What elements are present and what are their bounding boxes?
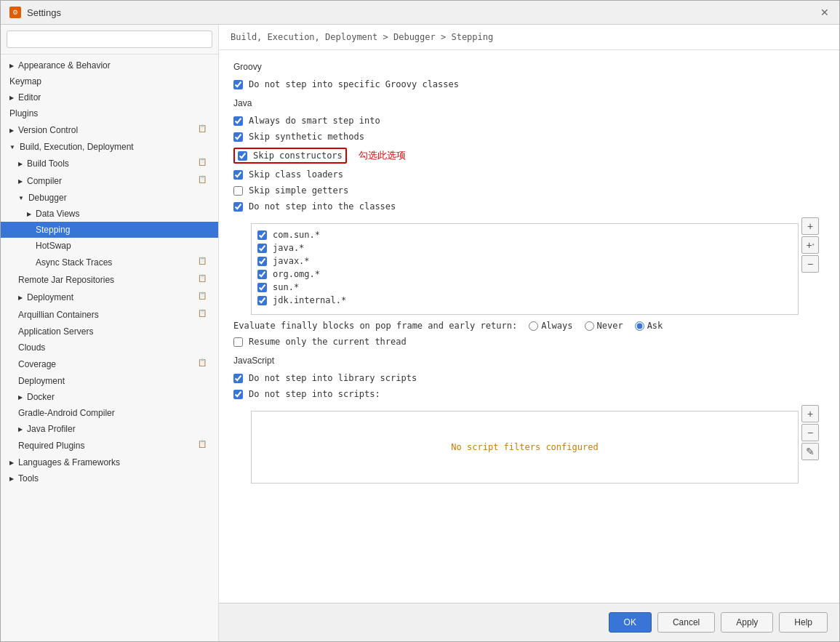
sidebar-item-tools[interactable]: ▶Tools [1,470,218,486]
js-section-label: JavaScript [233,356,825,366]
search-input[interactable] [7,31,212,48]
sidebar-item-hotswap[interactable]: HotSwap [1,238,218,254]
script-box-buttons: + − ✎ [801,405,819,460]
smart-step-row: Always do smart step into [233,116,825,126]
skip-synthetic-row: Skip synthetic methods [233,132,825,142]
nav-note-icon-required-plugins: 📋 [198,440,209,452]
smart-step-checkbox[interactable] [233,116,243,126]
arrow-icon-tools: ▶ [9,476,14,482]
sidebar-item-remote-jar[interactable]: Remote Jar Repositories📋 [1,271,218,289]
sidebar-item-async-stack[interactable]: Async Stack Traces📋 [1,254,218,271]
skip-class-loaders-checkbox[interactable] [233,170,243,180]
apply-button[interactable]: Apply [721,612,773,633]
sidebar-item-coverage[interactable]: Coverage📋 [1,356,218,373]
remove-class-button[interactable]: − [801,255,819,273]
sidebar-item-build-execution[interactable]: ▼Build, Execution, Deployment [1,139,218,155]
radio-never-label: Never [585,321,623,331]
skip-constructors-checkbox[interactable] [238,151,247,161]
remove-script-button[interactable]: − [801,424,819,441]
javax-label: javax.* [273,256,310,266]
do-not-step-row: Do not step into the classes [233,201,825,212]
ok-button[interactable]: OK [609,612,652,633]
no-step-library-row: Do not step into library scripts [233,373,825,383]
resume-thread-checkbox[interactable] [233,337,243,347]
sidebar-label-arquillian: Arquillian Containers [18,310,99,320]
help-button[interactable]: Help [779,612,828,633]
add-class-button2[interactable]: +* [801,236,819,254]
sidebar-item-data-views[interactable]: ▶Data Views [1,206,218,222]
java-checkbox[interactable] [257,244,267,253]
nav-note-icon-async-stack: 📋 [198,257,209,268]
sidebar-item-arquillian[interactable]: Arquillian Containers📋 [1,306,218,324]
radio-ask[interactable] [635,321,644,331]
sidebar-label-deployment2: Deployment [18,376,65,386]
sidebar-label-docker: Docker [27,392,55,402]
skip-constructors-row: Skip constructors 勾选此选项 [233,148,825,164]
script-filters-box: No script filters configured [251,411,799,483]
sidebar-label-debugger: Debugger [28,193,67,203]
no-step-scripts-row: Do not step into scripts: [233,389,825,399]
classes-box-wrapper: com.sun.* java.* javax.* org.omg.* [233,217,825,321]
sidebar-label-app-servers: Application Servers [18,326,93,337]
groovy-section-label: Groovy [233,62,825,72]
annotation-text: 勾选此选项 [359,149,406,162]
sidebar-item-editor[interactable]: ▶Editor [1,89,218,105]
sidebar-item-keymap[interactable]: Keymap [1,73,218,89]
nav-note-icon-coverage: 📋 [198,358,209,370]
sidebar-label-appearance: Appearance & Behavior [18,60,111,71]
sidebar-item-plugins[interactable]: Plugins [1,105,218,121]
radio-ask-text: Ask [647,321,663,331]
sidebar-item-gradle-android[interactable]: Gradle-Android Compiler [1,405,218,421]
sidebar-label-keymap: Keymap [9,76,41,87]
java-label: java.* [273,243,304,253]
radio-always-label: Always [529,321,572,331]
arrow-icon-data-views: ▶ [27,211,31,217]
radio-always[interactable] [529,321,538,331]
sidebar-label-build-tools: Build Tools [27,159,69,169]
javax-checkbox[interactable] [257,257,267,266]
sidebar-item-deployment2[interactable]: Deployment [1,373,218,389]
jdk-internal-label: jdk.internal.* [273,295,346,305]
close-button[interactable]: ✕ [819,7,831,18]
sidebar-item-stepping[interactable]: Stepping [1,222,218,238]
cancel-button[interactable]: Cancel [657,612,715,633]
sun-row: sun.* [257,282,792,292]
sidebar-label-clouds: Clouds [18,342,45,353]
sidebar-label-required-plugins: Required Plugins [18,441,84,451]
arrow-icon-languages: ▶ [9,460,14,466]
jdk-internal-checkbox[interactable] [257,296,267,305]
radio-never[interactable] [585,321,594,331]
add-class-button[interactable]: + [801,217,819,235]
no-step-library-checkbox[interactable] [233,374,243,383]
sidebar-item-appearance[interactable]: ▶Appearance & Behavior [1,57,218,73]
com-sun-checkbox[interactable] [257,230,267,240]
sun-checkbox[interactable] [257,283,267,292]
sidebar-label-editor: Editor [18,92,41,103]
sidebar-item-build-tools[interactable]: ▶Build Tools📋 [1,155,218,172]
sidebar-item-clouds[interactable]: Clouds [1,340,218,356]
do-not-step-checkbox[interactable] [233,202,243,212]
groovy-no-step-checkbox[interactable] [233,80,243,89]
title-bar: ⚙ Settings ✕ [1,1,839,25]
sidebar-item-deployment[interactable]: ▶Deployment📋 [1,289,218,306]
sidebar-item-required-plugins[interactable]: Required Plugins📋 [1,437,218,454]
sidebar-item-languages[interactable]: ▶Languages & Frameworks [1,454,218,470]
sidebar-label-data-views: Data Views [36,209,79,219]
sidebar-item-app-servers[interactable]: Application Servers [1,324,218,340]
org-omg-checkbox[interactable] [257,270,267,279]
sidebar-label-compiler: Compiler [27,176,62,186]
sidebar-item-compiler[interactable]: ▶Compiler📋 [1,172,218,190]
sidebar-item-docker[interactable]: ▶Docker [1,389,218,405]
app-icon: ⚙ [9,7,21,18]
add-script-button[interactable]: + [801,405,819,422]
no-step-scripts-label: Do not step into scripts: [249,389,380,399]
sidebar-item-java-profiler[interactable]: ▶Java Profiler [1,421,218,437]
skip-synthetic-checkbox[interactable] [233,132,243,142]
skip-simple-getters-label: Skip simple getters [249,185,348,196]
no-step-scripts-checkbox[interactable] [233,390,243,399]
sidebar-item-debugger[interactable]: ▼Debugger [1,190,218,206]
edit-script-button[interactable]: ✎ [801,443,819,460]
skip-simple-getters-checkbox[interactable] [233,186,243,196]
right-panel: Build, Execution, Deployment > Debugger … [219,25,839,641]
sidebar-item-version-control[interactable]: ▶Version Control📋 [1,121,218,139]
